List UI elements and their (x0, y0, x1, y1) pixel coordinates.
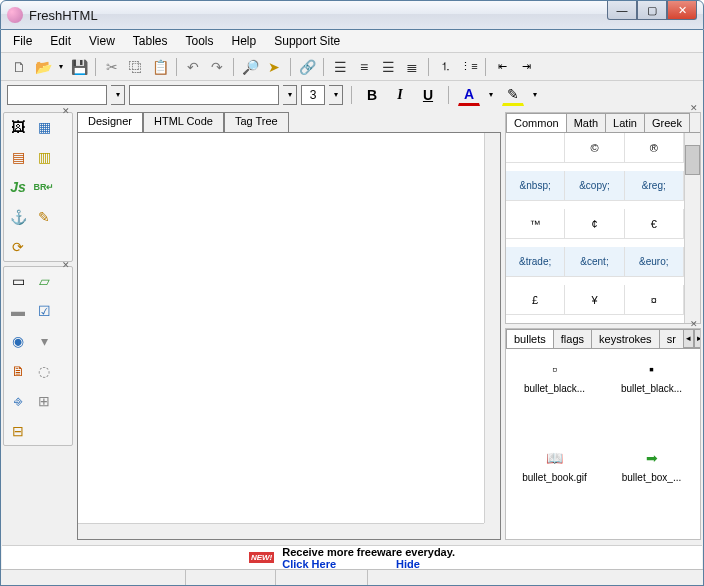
tab-keystrokes[interactable]: keystrokes (591, 329, 660, 348)
tab-scroll-left[interactable]: ◂ (683, 329, 694, 348)
panel-close-icon[interactable]: ✕ (62, 260, 70, 270)
file-icon[interactable]: 🗎 (8, 361, 28, 381)
reset-icon[interactable]: ⊞ (34, 391, 54, 411)
br-icon[interactable]: BR↵ (34, 177, 54, 197)
align-left-button[interactable]: ☰ (329, 56, 351, 78)
select-icon[interactable]: ▾ (34, 331, 54, 351)
table-icon[interactable]: ▦ (34, 117, 54, 137)
tab-scroll-right[interactable]: ▸ (694, 329, 700, 348)
menu-view[interactable]: View (81, 32, 123, 50)
editor-vscroll[interactable] (484, 133, 500, 523)
highlight-button[interactable]: ✎ (502, 84, 524, 106)
fontsize-combo[interactable] (301, 85, 325, 105)
menu-tools[interactable]: Tools (178, 32, 222, 50)
menu-file[interactable]: File (5, 32, 40, 50)
tab-sr[interactable]: sr (659, 329, 684, 348)
tab-common[interactable]: Common (506, 113, 567, 133)
find-button[interactable]: 🔎 (239, 56, 261, 78)
label-icon[interactable]: ⊟ (8, 421, 28, 441)
editor-canvas[interactable] (77, 132, 501, 540)
editor-tabs: Designer HTML Code Tag Tree (77, 112, 501, 132)
bullet-item[interactable]: 📖 bullet_book.gif (506, 444, 603, 533)
tab-bullets[interactable]: bullets (506, 329, 554, 349)
bullet-item[interactable]: ▫ bullet_black... (506, 355, 603, 444)
link-button[interactable]: 🔗 (296, 56, 318, 78)
edit-icon[interactable]: ✎ (34, 207, 54, 227)
textarea-icon[interactable]: ▱ (34, 271, 54, 291)
panel-close-icon[interactable]: ✕ (62, 106, 70, 116)
font-color-button[interactable]: A (458, 84, 480, 106)
replace-button[interactable]: ➤ (263, 56, 285, 78)
symbol-cell[interactable]: ¢ (565, 209, 624, 239)
image-icon[interactable]: 🖼 (8, 117, 28, 137)
symbol-cell[interactable] (506, 133, 565, 163)
fontsize-dropdown[interactable]: ▾ (329, 85, 343, 105)
italic-button[interactable]: I (389, 84, 411, 106)
symbol-cell[interactable]: ¥ (565, 285, 624, 315)
tab-latin[interactable]: Latin (605, 113, 645, 132)
button-icon[interactable]: ▬ (8, 301, 28, 321)
form-icon[interactable]: ▤ (8, 147, 28, 167)
open-button[interactable]: 📂 (32, 56, 54, 78)
save-button[interactable]: 💾 (68, 56, 90, 78)
numbered-list-button[interactable]: ⒈ (434, 56, 456, 78)
menu-edit[interactable]: Edit (42, 32, 79, 50)
open-dropdown[interactable]: ▾ (56, 56, 66, 78)
menu-help[interactable]: Help (224, 32, 265, 50)
frame-icon[interactable]: ▥ (34, 147, 54, 167)
hide-link[interactable]: Hide (396, 558, 420, 570)
panel-close-icon[interactable]: ✕ (690, 103, 698, 113)
underline-button[interactable]: U (417, 84, 439, 106)
align-justify-button[interactable]: ≣ (401, 56, 423, 78)
copy-button[interactable]: ⿻ (125, 56, 147, 78)
maximize-button[interactable]: ▢ (637, 1, 667, 20)
redo-button[interactable]: ↷ (206, 56, 228, 78)
hidden-icon[interactable]: ◌ (34, 361, 54, 381)
symbol-cell[interactable]: ¤ (625, 285, 684, 315)
symbol-cell[interactable]: £ (506, 285, 565, 315)
bullet-item[interactable]: ➡ bullet_box_... (603, 444, 700, 533)
bold-button[interactable]: B (361, 84, 383, 106)
symbol-scrollbar[interactable] (684, 133, 700, 323)
tab-html-code[interactable]: HTML Code (143, 112, 224, 132)
align-right-button[interactable]: ☰ (377, 56, 399, 78)
font-dropdown[interactable]: ▾ (283, 85, 297, 105)
symbol-cell[interactable]: ™ (506, 209, 565, 239)
tab-greek[interactable]: Greek (644, 113, 690, 132)
bullet-item[interactable]: ▪ bullet_black... (603, 355, 700, 444)
font-combo[interactable] (129, 85, 279, 105)
script-icon[interactable]: Js (8, 177, 28, 197)
submit-icon[interactable]: ⎆ (8, 391, 28, 411)
align-center-button[interactable]: ≡ (353, 56, 375, 78)
paste-button[interactable]: 📋 (149, 56, 171, 78)
style-combo[interactable] (7, 85, 107, 105)
bullet-list-button[interactable]: ⋮≡ (458, 56, 480, 78)
indent-button[interactable]: ⇥ (515, 56, 537, 78)
new-button[interactable]: 🗋 (8, 56, 30, 78)
text-field-icon[interactable]: ▭ (8, 271, 28, 291)
menu-tables[interactable]: Tables (125, 32, 176, 50)
tab-designer[interactable]: Designer (77, 112, 143, 132)
click-here-link[interactable]: Click Here (282, 558, 336, 570)
tab-flags[interactable]: flags (553, 329, 592, 348)
symbol-cell[interactable]: € (625, 209, 684, 239)
close-button[interactable]: ✕ (667, 1, 697, 20)
checkbox-icon[interactable]: ☑ (34, 301, 54, 321)
refresh-icon[interactable]: ⟳ (8, 237, 28, 257)
minimize-button[interactable]: — (607, 1, 637, 20)
tab-math[interactable]: Math (566, 113, 606, 132)
radio-icon[interactable]: ◉ (8, 331, 28, 351)
cut-button[interactable]: ✂ (101, 56, 123, 78)
menu-support-site[interactable]: Support Site (266, 32, 348, 50)
symbol-cell[interactable]: © (565, 133, 624, 163)
symbol-cell[interactable]: ® (625, 133, 684, 163)
highlight-dropdown[interactable]: ▾ (530, 84, 540, 106)
anchor-icon[interactable]: ⚓ (8, 207, 28, 227)
outdent-button[interactable]: ⇤ (491, 56, 513, 78)
panel-close-icon[interactable]: ✕ (690, 319, 698, 329)
style-dropdown[interactable]: ▾ (111, 85, 125, 105)
font-color-dropdown[interactable]: ▾ (486, 84, 496, 106)
tab-tag-tree[interactable]: Tag Tree (224, 112, 289, 132)
editor-hscroll[interactable] (78, 523, 484, 539)
undo-button[interactable]: ↶ (182, 56, 204, 78)
